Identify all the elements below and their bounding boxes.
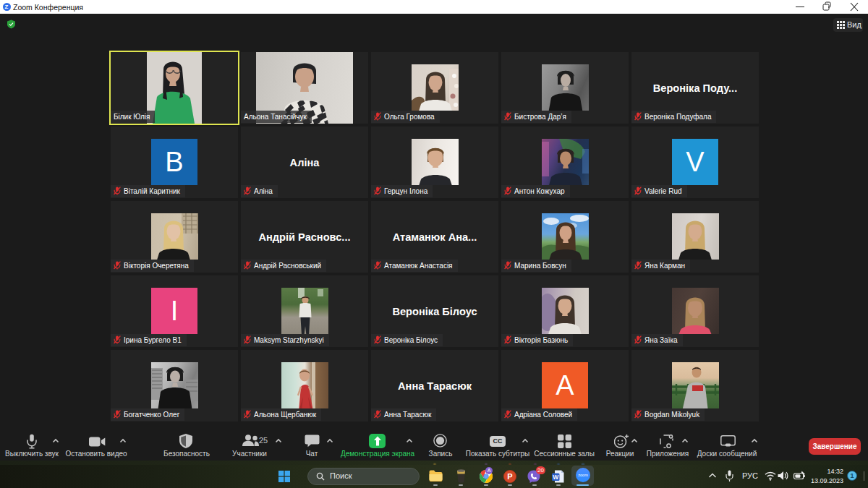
svg-text:P: P (507, 472, 512, 481)
svg-text:W: W (553, 474, 559, 481)
